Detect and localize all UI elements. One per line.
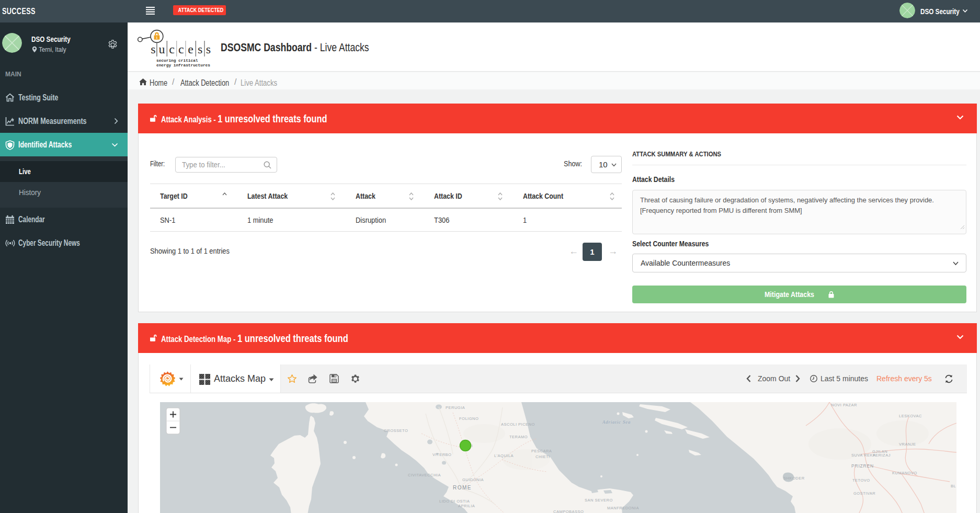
svg-text:BL: BL: [951, 484, 956, 488]
svg-text:SHKODER: SHKODER: [783, 476, 805, 481]
svg-text:KUMANOVO: KUMANOVO: [892, 471, 917, 475]
svg-text:ROME: ROME: [453, 485, 472, 491]
svg-text:GUIDONIA: GUIDONIA: [462, 477, 484, 482]
svg-text:PESCARA: PESCARA: [531, 449, 552, 453]
svg-text:NOVI PAZAR: NOVI PAZAR: [831, 403, 857, 407]
svg-text:CAMPOBASSO: CAMPOBASSO: [553, 509, 584, 513]
svg-text:CIVITAVECCHIA: CIVITAVECCHIA: [408, 473, 441, 477]
svg-text:GOSTIVAR: GOSTIVAR: [853, 491, 875, 496]
svg-text:PRIZREN: PRIZREN: [851, 463, 874, 469]
svg-text:MANFREDONIA: MANFREDONIA: [607, 506, 639, 510]
svg-text:LESKOVAC: LESKOVAC: [899, 414, 922, 418]
svg-text:L'AQUILA: L'AQUILA: [494, 453, 514, 458]
svg-text:SAN SEVERO: SAN SEVERO: [585, 498, 613, 503]
svg-text:TERAMO: TERAMO: [509, 435, 528, 439]
svg-text:VRANJE: VRANJE: [899, 442, 916, 447]
svg-text:SUVA REKA: SUVA REKA: [851, 453, 875, 458]
svg-text:VITERBO: VITERBO: [432, 452, 451, 457]
svg-text:TETOVO: TETOVO: [852, 478, 870, 483]
svg-text:FOLIGNO: FOLIGNO: [459, 416, 478, 421]
svg-text:ASCOLI PICENO: ASCOLI PICENO: [501, 422, 535, 427]
svg-text:1: 1: [156, 36, 157, 39]
svg-text:Adriatic Sea: Adriatic Sea: [602, 419, 631, 425]
svg-text:FERIZAJ: FERIZAJ: [873, 453, 891, 458]
svg-text:APRILIA: APRILIA: [458, 504, 475, 508]
svg-text:PERUGIA: PERUGIA: [446, 405, 465, 410]
svg-text:GROSSETO: GROSSETO: [384, 428, 408, 433]
svg-text:CHIETI: CHIETI: [535, 454, 550, 459]
svg-text:LIDO DI OSTIA: LIDO DI OSTIA: [439, 499, 470, 504]
